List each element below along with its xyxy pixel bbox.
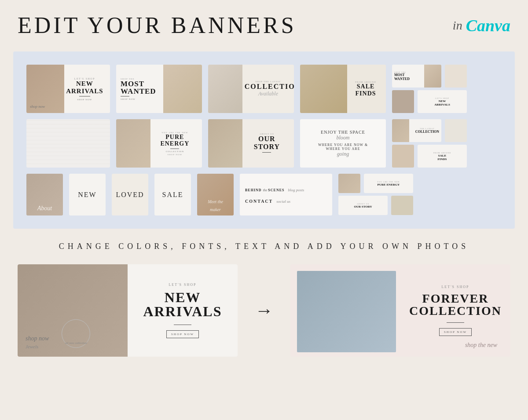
sq-our-story-2[interactable]: ABOUT US OUR STORY (338, 196, 388, 215)
contact-text: CONTACT (245, 199, 273, 204)
preview-arrow: → (251, 300, 277, 321)
banner-pure-energy[interactable]: YOU ARE THE NEW PUREENERGY COLLECTION SH… (116, 119, 202, 168)
page-title: EDIT YOUR BANNERS (18, 12, 297, 38)
sq-photo-6[interactable] (391, 196, 413, 215)
prev-before-btn: SHOP NOW (166, 330, 199, 338)
banner-new-arrivals[interactable]: LET'S SHOP NEWARRIVALS SHOP NOW shop now (26, 65, 110, 113)
banner-main-pure: PUREENERGY (151, 134, 198, 147)
banner-main-1: NEWARRIVALS (65, 80, 105, 95)
grid-row-1: LET'S SHOP NEWARRIVALS SHOP NOW shop now… (26, 65, 502, 113)
banner-sale[interactable]: SALE (154, 174, 191, 215)
banner-behind-scenes[interactable]: BEHIND the Scenes blog posts CONTACT soc… (240, 174, 332, 215)
prev-after-script: shop the new (465, 342, 497, 348)
sq-photo-2[interactable] (392, 90, 414, 113)
banner-enjoy-space[interactable]: ENJOY THE SPACE bloom WHERE YOU ARE NOW … (300, 119, 386, 168)
change-colors-subtitle: CHANGE COLORS, FONTS, TEXT AND ADD YOUR … (13, 242, 515, 251)
preview-row: LET'S SHOP NEWARRIVALS SHOP NOW shop now… (13, 264, 515, 357)
main-content: LET'S SHOP NEWARRIVALS SHOP NOW shop now… (0, 47, 528, 374)
banner-sale-finds[interactable]: FROM AROUND SALEFINDS (300, 65, 386, 113)
preview-after[interactable]: LET'S SHOP FOREVERCOLLECTION SHOP NOW sh… (290, 264, 510, 357)
banner-main-2: MOSTWANTED (121, 80, 162, 95)
banner-main-collection: COLLECTION (245, 83, 292, 91)
header: EDIT YOUR BANNERS in Canva (0, 0, 528, 47)
banner-new-text: NEW (78, 191, 96, 199)
circle-text: all new collection (65, 341, 87, 345)
banner-most-wanted[interactable]: SHOP THE MOSTWANTED SHOP NOW (116, 65, 202, 113)
sq-sale-finds-2[interactable]: FROM AROUND SALEFINDS (418, 145, 467, 168)
banner-col-right-2: THE LATEST COLLECTION FROM AROUND SALEFI… (392, 119, 467, 168)
grid-row-3: About NEW LOVED SALE Meet themaker (26, 174, 502, 215)
banner-main-sale: SALEFINDS (348, 83, 384, 97)
bottom-section: CHANGE COLORS, FONTS, TEXT AND ADD YOUR … (13, 229, 515, 365)
sq-photo-4[interactable] (392, 145, 414, 168)
sq-photo-5[interactable] (338, 174, 360, 193)
in-text: in (453, 18, 462, 33)
banner-script-1: shop now (30, 104, 45, 109)
banner-col-right-3: YOU ARE THE NEW PURE ENERGY ABOUT US OUR… (338, 174, 413, 215)
banner-collection[interactable]: SHOP THE LATEST COLLECTION Available (208, 65, 294, 113)
banner-loved-text: LOVED (116, 191, 144, 199)
banner-col-right-1: SHOP THE MOSTWANTED LET'S SHOP NEWARRIVA… (392, 65, 467, 113)
sq-photo-3[interactable] (445, 119, 467, 142)
canva-branding: in Canva (453, 16, 510, 35)
banner-new[interactable]: NEW (69, 174, 106, 215)
sq-most-wanted[interactable]: SHOP THE MOSTWANTED (392, 65, 441, 88)
banner-blank[interactable] (26, 119, 110, 168)
banner-meet-maker[interactable]: Meet themaker (197, 174, 234, 215)
preview-before[interactable]: LET'S SHOP NEWARRIVALS SHOP NOW shop now… (18, 264, 238, 357)
banner-loved[interactable]: LOVED (112, 174, 148, 215)
banner-our-story[interactable]: ABOUT US OURSTORY (208, 119, 294, 168)
prev-script1: shop now (26, 335, 49, 342)
banner-sale-text: SALE (162, 191, 183, 199)
sq-photo-1[interactable] (445, 65, 467, 88)
prev-after-small: LET'S SHOP (441, 285, 469, 289)
enjoy-text: ENJOY THE SPACE (321, 130, 365, 135)
prev-script2: Jewels (26, 344, 38, 349)
sq-collection[interactable]: THE LATEST COLLECTION (392, 119, 441, 142)
sq-pure-energy-2[interactable]: YOU ARE THE NEW PURE ENERGY (364, 174, 413, 193)
behind-text: BEHIND (245, 188, 263, 192)
banner-about[interactable]: About (26, 174, 63, 215)
prev-after-main: FOREVERCOLLECTION (409, 292, 502, 317)
canva-text: Canva (466, 16, 510, 35)
sq-new-arrivals[interactable]: LET'S SHOP NEWARRIVALS (418, 90, 467, 113)
banner-grid: LET'S SHOP NEWARRIVALS SHOP NOW shop now… (13, 51, 515, 229)
prev-after-btn: SHOP NOW (439, 328, 472, 336)
prev-before-main: NEWARRIVALS (143, 290, 222, 318)
banner-main-story: OURSTORY (243, 135, 290, 151)
prev-before-small: LET'S SHOP (169, 283, 196, 287)
grid-row-2: YOU ARE THE NEW PUREENERGY COLLECTION SH… (26, 119, 502, 168)
